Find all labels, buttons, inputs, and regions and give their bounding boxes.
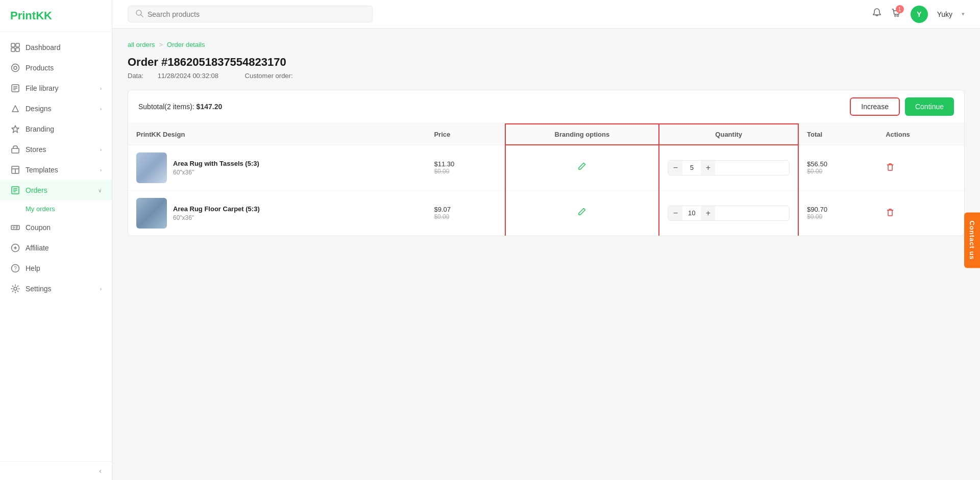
quantity-cell-2: − 10 + — [659, 190, 798, 236]
sidebar-item-designs[interactable]: Designs › — [0, 98, 112, 119]
product-cell-2: Area Rug Floor Carpet (5:3) 60"x36" — [128, 190, 426, 236]
affiliate-icon — [10, 243, 20, 253]
chevron-right-icon: › — [100, 286, 102, 292]
chevron-right-icon: › — [100, 147, 102, 153]
quantity-decrease-2[interactable]: − — [668, 206, 682, 220]
sidebar-item-dashboard[interactable]: Dashboard — [0, 37, 112, 58]
sidebar-item-coupon[interactable]: Coupon — [0, 217, 112, 238]
sidebar-item-templates[interactable]: Templates › — [0, 160, 112, 180]
sidebar-nav: Dashboard Products File library › — [0, 32, 112, 461]
svg-text:?: ? — [14, 266, 17, 271]
svg-rect-18 — [11, 225, 19, 230]
branding-edit-icon-2[interactable] — [577, 209, 587, 219]
sidebar-item-label: Designs — [26, 105, 95, 113]
orders-icon — [10, 185, 20, 195]
actions-cell-1 — [877, 145, 964, 190]
settings-icon — [10, 284, 20, 294]
action-buttons: Increase Continue — [850, 97, 954, 116]
delete-button-1[interactable] — [886, 162, 895, 173]
chevron-right-icon: › — [100, 167, 102, 173]
svg-point-29 — [894, 15, 896, 17]
breadcrumb-parent[interactable]: all orders — [128, 41, 155, 48]
designs-icon — [10, 104, 20, 114]
subtotal-label: Subtotal(2 items): — [138, 103, 194, 111]
sidebar-item-stores[interactable]: Stores › — [0, 139, 112, 160]
th-actions: Actions — [877, 124, 964, 145]
sidebar-item-label: Coupon — [26, 223, 102, 232]
branding-edit-icon-1[interactable] — [577, 163, 587, 173]
sidebar-logo: PrintKK — [0, 0, 112, 32]
user-dropdown-icon[interactable]: ▾ — [962, 11, 965, 17]
sidebar-item-affiliate[interactable]: Affiliate — [0, 238, 112, 258]
logo: PrintKK — [10, 9, 52, 22]
svg-rect-3 — [16, 48, 19, 52]
actions-cell-2 — [877, 190, 964, 236]
svg-rect-10 — [12, 148, 19, 153]
sidebar-item-label: Stores — [26, 145, 95, 154]
breadcrumb: all orders > Order details — [128, 41, 965, 48]
continue-button[interactable]: Continue — [905, 97, 954, 116]
sidebar-item-help[interactable]: ? Help — [0, 258, 112, 279]
quantity-control-2: − 10 + — [668, 206, 790, 221]
quantity-increase-1[interactable]: + — [701, 161, 715, 175]
header: 1 Y Yuky ▾ — [112, 0, 980, 29]
price-discount-2: $0.00 — [434, 213, 496, 220]
quantity-increase-2[interactable]: + — [701, 206, 715, 220]
price-cell-2: $9.07 $0.00 — [426, 190, 505, 236]
price-discount-1: $0.00 — [434, 168, 496, 175]
page-title: Order #1862051837554823170 — [128, 56, 965, 69]
quantity-decrease-1[interactable]: − — [668, 161, 682, 175]
total-main-2: $90.70 — [807, 206, 869, 213]
templates-icon — [10, 165, 20, 175]
contact-widget[interactable]: Contact us — [964, 212, 980, 268]
sidebar-item-label: Dashboard — [26, 43, 102, 52]
sidebar-item-label: File library — [26, 84, 95, 92]
order-card: Subtotal(2 items): $147.20 Increase Cont… — [128, 90, 965, 236]
product-variant-2: 60"x36" — [173, 214, 260, 221]
sidebar-item-file-library[interactable]: File library › — [0, 78, 112, 98]
th-quantity: Quantity — [659, 124, 798, 145]
help-icon: ? — [10, 263, 20, 273]
user-avatar[interactable]: Y — [911, 6, 928, 23]
quantity-value-1: 5 — [682, 164, 701, 171]
th-total: Total — [798, 124, 877, 145]
sidebar-item-orders[interactable]: Orders ∨ — [0, 180, 112, 200]
price-main-2: $9.07 — [434, 206, 496, 213]
breadcrumb-current: Order details — [167, 41, 205, 48]
order-meta: Data: 11/28/2024 00:32:08 Customer order… — [128, 72, 965, 80]
sidebar-collapse-button[interactable]: ‹ — [0, 461, 112, 480]
subtotal-info: Subtotal(2 items): $147.20 — [138, 103, 222, 111]
search-bar[interactable] — [128, 6, 373, 22]
increase-button[interactable]: Increase — [850, 97, 900, 116]
price-cell-1: $11.30 $0.00 — [426, 145, 505, 190]
search-icon — [135, 9, 143, 19]
products-icon — [10, 63, 20, 73]
subtotal-amount: $147.20 — [197, 103, 223, 111]
sidebar-item-settings[interactable]: Settings › — [0, 279, 112, 299]
cart-badge: 1 — [896, 5, 904, 13]
user-name[interactable]: Yuky — [937, 10, 952, 18]
th-price: Price — [426, 124, 505, 145]
subtotal-bar: Subtotal(2 items): $147.20 Increase Cont… — [128, 90, 964, 123]
total-discount-1: $0.00 — [807, 168, 869, 175]
sidebar-item-my-orders[interactable]: My orders — [0, 200, 112, 217]
sidebar-item-branding[interactable]: Branding — [0, 119, 112, 139]
branding-icon — [10, 124, 20, 134]
dashboard-icon — [10, 42, 20, 53]
branding-cell-2 — [505, 190, 659, 236]
search-input[interactable] — [148, 10, 365, 18]
sidebar-item-label: Settings — [26, 285, 95, 293]
customer-order: Customer order: — [245, 72, 317, 80]
quantity-value-2: 10 — [682, 209, 701, 217]
svg-point-4 — [12, 64, 19, 72]
table-row: Area Rug with Tassels (5:3) 60"x36" $11.… — [128, 145, 964, 190]
delete-button-2[interactable] — [886, 208, 895, 219]
quantity-cell-1: − 5 + — [659, 145, 798, 190]
cart-button[interactable]: 1 — [891, 8, 901, 20]
sidebar-item-label: Help — [26, 264, 102, 272]
product-cell-1: Area Rug with Tassels (5:3) 60"x36" — [128, 145, 426, 190]
sidebar-item-products[interactable]: Products — [0, 58, 112, 78]
svg-rect-1 — [16, 43, 19, 47]
notification-button[interactable] — [872, 8, 882, 20]
file-icon — [10, 83, 20, 93]
